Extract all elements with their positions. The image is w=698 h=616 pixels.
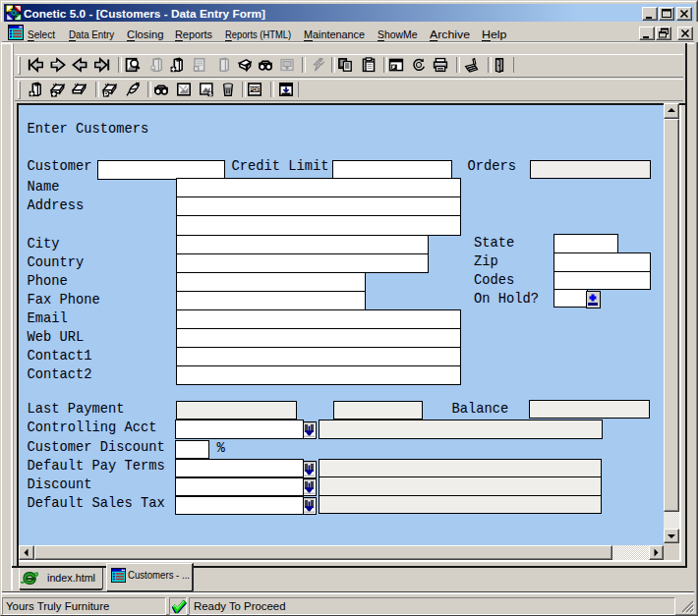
svg-text:PDF: PDF (250, 86, 261, 92)
